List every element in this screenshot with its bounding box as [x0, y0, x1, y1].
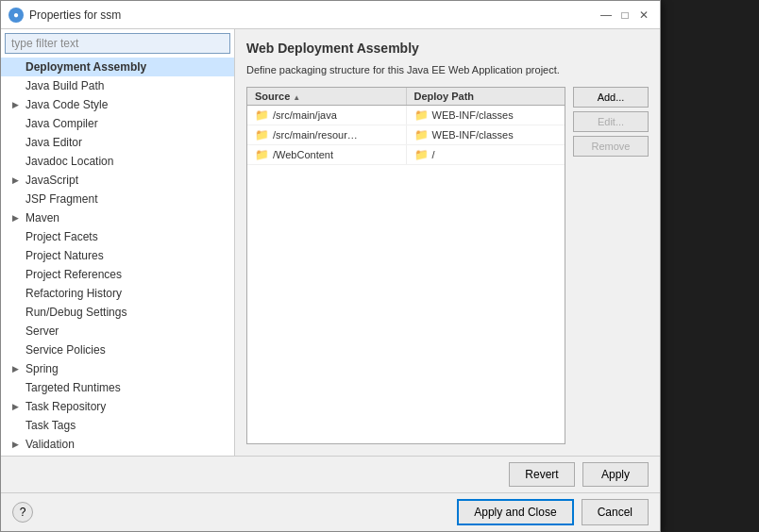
minimize-button[interactable]: — — [598, 7, 615, 24]
folder-icon: 📁 — [255, 108, 269, 122]
panel-title: Web Deployment Assembly — [246, 41, 649, 56]
nav-item-label: Project Facets — [25, 230, 98, 243]
assembly-table-area: Source ▲ Deploy Path 📁/src/main/java📁WEB… — [246, 87, 649, 444]
left-nav-panel: Deployment AssemblyJava Build Path▶Java … — [1, 29, 235, 456]
nav-item-validation[interactable]: ▶Validation — [1, 435, 234, 454]
expand-arrow-icon: ▶ — [12, 175, 22, 185]
nav-item-label: Task Tags — [25, 419, 76, 432]
deploy-path-cell: 📁WEB-INF/classes — [407, 125, 565, 144]
maximize-button[interactable]: □ — [616, 7, 633, 24]
dialog-body: Deployment AssemblyJava Build Path▶Java … — [1, 29, 660, 456]
nav-item-label: Javadoc Location — [25, 155, 113, 168]
title-bar: ● Properties for ssm — □ ✕ — [1, 1, 660, 29]
footer-top: Revert Apply — [1, 457, 660, 492]
nav-item-label: JSP Fragment — [25, 192, 97, 206]
nav-item-label: Project Natures — [25, 249, 104, 262]
folder-icon: 📁 — [414, 128, 429, 141]
footer-bottom: ? Apply and Close Cancel — [1, 492, 660, 531]
source-cell: 📁/WebContent — [247, 145, 407, 164]
remove-button: Remove — [573, 136, 649, 157]
table-row[interactable]: 📁/src/main/resour…📁WEB-INF/classes — [247, 125, 565, 145]
nav-item-refactoring-history[interactable]: Refactoring History — [1, 284, 234, 303]
nav-item-label: Project References — [25, 268, 122, 281]
nav-item-task-tags[interactable]: Task Tags — [1, 416, 234, 435]
nav-item-spring[interactable]: ▶Spring — [1, 359, 234, 378]
table-body: 📁/src/main/java📁WEB-INF/classes📁/src/mai… — [247, 106, 565, 443]
source-column-header: Source ▲ — [247, 88, 407, 105]
deploy-path-cell: 📁/ — [407, 145, 565, 164]
folder-icon: 📁 — [414, 108, 429, 122]
nav-item-java-build-path[interactable]: Java Build Path — [1, 76, 234, 95]
nav-item-label: Java Build Path — [25, 79, 104, 92]
deploy-path-cell: 📁WEB-INF/classes — [407, 106, 565, 125]
expand-arrow-icon: ▶ — [12, 213, 22, 223]
nav-item-project-facets[interactable]: Project Facets — [1, 227, 234, 246]
dialog-title: Properties for ssm — [29, 8, 121, 22]
nav-item-project-natures[interactable]: Project Natures — [1, 246, 234, 265]
table-row[interactable]: 📁/src/main/java📁WEB-INF/classes — [247, 106, 565, 125]
table-header: Source ▲ Deploy Path — [247, 88, 565, 106]
nav-item-jsp-fragment[interactable]: JSP Fragment — [1, 190, 234, 208]
nav-item-maven[interactable]: ▶Maven — [1, 208, 234, 227]
cancel-button[interactable]: Cancel — [582, 499, 649, 525]
source-cell: 📁/src/main/java — [247, 106, 407, 125]
nav-item-label: Service Policies — [25, 343, 106, 357]
nav-item-label: Deployment Assembly — [25, 60, 146, 74]
dialog-footer: Revert Apply ? Apply and Close Cancel — [1, 456, 660, 531]
apply-and-close-button[interactable]: Apply and Close — [457, 499, 573, 525]
folder-icon: 📁 — [255, 128, 269, 141]
nav-item-javascript[interactable]: ▶JavaScript — [1, 171, 234, 190]
nav-item-server[interactable]: Server — [1, 322, 234, 341]
folder-icon: 📁 — [255, 148, 269, 161]
nav-item-label: Java Editor — [25, 136, 82, 149]
add----button[interactable]: Add... — [573, 87, 649, 108]
folder-icon: 📁 — [414, 148, 429, 161]
nav-item-label: Server — [25, 324, 59, 338]
close-button[interactable]: ✕ — [635, 7, 652, 24]
nav-item-java-compiler[interactable]: Java Compiler — [1, 114, 234, 133]
nav-item-deployment-assembly[interactable]: Deployment Assembly — [1, 58, 234, 76]
properties-dialog: ● Properties for ssm — □ ✕ Deployment As… — [0, 0, 661, 532]
nav-item-label: Targeted Runtimes — [25, 381, 121, 394]
edit----button: Edit... — [573, 111, 649, 132]
nav-item-label: Task Repository — [25, 400, 106, 413]
panel-description: Define packaging structure for this Java… — [246, 63, 649, 77]
nav-item-label: Spring — [25, 362, 59, 375]
help-button[interactable]: ? — [12, 502, 33, 523]
assembly-table: Source ▲ Deploy Path 📁/src/main/java📁WEB… — [246, 87, 565, 444]
nav-item-label: Refactoring History — [25, 287, 122, 300]
title-bar-left: ● Properties for ssm — [8, 8, 121, 23]
action-buttons-panel: Add...Edit...Remove — [573, 87, 649, 444]
expand-arrow-icon: ▶ — [12, 440, 22, 449]
revert-button[interactable]: Revert — [509, 462, 575, 487]
right-content-panel: Web Deployment Assembly Define packaging… — [235, 29, 660, 456]
nav-item-service-policies[interactable]: Service Policies — [1, 341, 234, 359]
expand-arrow-icon: ▶ — [12, 364, 22, 374]
nav-item-label: Validation — [25, 438, 75, 451]
title-controls: — □ ✕ — [598, 7, 652, 24]
nav-item-label: Java Code Style — [25, 98, 108, 111]
source-cell: 📁/src/main/resour… — [247, 125, 407, 144]
table-row[interactable]: 📁/WebContent📁/ — [247, 145, 565, 165]
nav-item-run/debug-settings[interactable]: Run/Debug Settings — [1, 303, 234, 322]
nav-item-task-repository[interactable]: ▶Task Repository — [1, 397, 234, 416]
expand-arrow-icon: ▶ — [12, 402, 22, 411]
expand-arrow-icon: ▶ — [12, 100, 22, 109]
nav-item-java-editor[interactable]: Java Editor — [1, 133, 234, 152]
apply-button[interactable]: Apply — [582, 462, 649, 487]
nav-item-label: JavaScript — [25, 174, 78, 187]
nav-list: Deployment AssemblyJava Build Path▶Java … — [1, 58, 234, 456]
sort-arrow-icon: ▲ — [293, 93, 300, 102]
deploy-path-column-header: Deploy Path — [407, 88, 565, 105]
nav-item-targeted-runtimes[interactable]: Targeted Runtimes — [1, 378, 234, 397]
nav-item-label: Java Compiler — [25, 117, 98, 130]
filter-input[interactable] — [5, 33, 230, 54]
nav-item-project-references[interactable]: Project References — [1, 265, 234, 284]
nav-item-javadoc-location[interactable]: Javadoc Location — [1, 152, 234, 171]
nav-item-java-code-style[interactable]: ▶Java Code Style — [1, 95, 234, 114]
dialog-icon: ● — [8, 8, 24, 23]
nav-item-label: Run/Debug Settings — [25, 306, 126, 319]
nav-item-label: Maven — [25, 211, 59, 224]
